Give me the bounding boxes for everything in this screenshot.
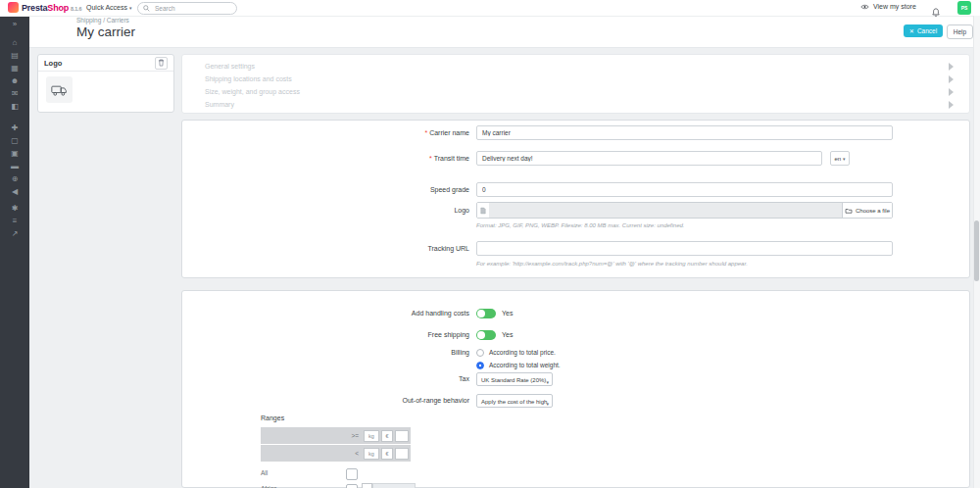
sidebar-item-marketing[interactable]: ◀: [0, 185, 29, 198]
range-to-input[interactable]: [395, 448, 409, 460]
sidebar-item-design[interactable]: ▢: [0, 134, 29, 147]
tracking-url-help-text: For example: 'http://example.com/track.p…: [476, 261, 748, 267]
file-icon-cell: [477, 203, 489, 218]
tax-label: Tax: [182, 372, 469, 386]
add-handling-costs-state: Yes: [502, 308, 513, 319]
sidebar-item-payment[interactable]: ▬: [0, 160, 29, 172]
language-code: en: [834, 156, 841, 162]
breadcrumb-separator: /: [103, 17, 105, 24]
zone-row-africa: Africa: [261, 482, 653, 488]
required-mark: *: [429, 155, 432, 162]
general-settings-card: *Carrier name *Transit time en▾ Speed gr…: [181, 120, 970, 278]
sidebar-item-international[interactable]: ⊕: [0, 172, 29, 185]
wizard-steps: General settings Shipping locations and …: [181, 54, 970, 114]
billing-radio-total-price[interactable]: [476, 349, 484, 357]
transit-time-label: *Transit time: [182, 151, 469, 166]
zone-all-checkbox[interactable]: [346, 468, 358, 480]
sidebar-item-trending[interactable]: ↗: [0, 227, 29, 240]
out-of-range-selected-value: Apply the cost of the high: [481, 399, 547, 405]
sidebar-item-shop-parameters[interactable]: ✱: [0, 202, 29, 215]
range-from-input[interactable]: [395, 430, 409, 442]
billing-option-price-label: According to total price.: [489, 347, 556, 359]
file-path-bar: [489, 203, 842, 218]
view-my-store-label: View my store: [873, 3, 916, 10]
speed-grade-input[interactable]: [476, 182, 893, 197]
chevron-right-icon: [949, 75, 954, 83]
free-shipping-toggle[interactable]: [476, 330, 496, 340]
cancel-label: Cancel: [917, 27, 937, 34]
quick-access-dropdown[interactable]: Quick Access ▾: [86, 4, 131, 11]
out-of-range-select[interactable]: Apply the cost of the high▾: [476, 394, 553, 408]
free-shipping-label: Free shipping: [182, 329, 469, 341]
sidebar-item-shipping[interactable]: ▣: [0, 147, 29, 160]
logo-help-text: Format: JPG, GIF, PNG, WEBP. Filesize: 8…: [476, 222, 685, 228]
breadcrumb-carriers[interactable]: Carriers: [107, 17, 129, 24]
zone-africa-checkbox[interactable]: [346, 484, 358, 488]
truck-icon: [51, 84, 68, 96]
view-my-store-link[interactable]: View my store: [860, 3, 916, 10]
logo-file-input[interactable]: Choose a file: [476, 202, 893, 219]
help-button[interactable]: Help: [947, 24, 973, 39]
ranges-title: Ranges: [261, 415, 284, 421]
close-icon: ✕: [909, 27, 914, 34]
carrier-name-input[interactable]: [476, 125, 893, 140]
search-input[interactable]: [153, 4, 225, 13]
delete-logo-button[interactable]: [155, 57, 168, 70]
top-bar: PrestaShop8.1.6 Quick Access ▾ View my s…: [0, 0, 980, 17]
wizard-step-size-weight-group[interactable]: Size, weight, and group access: [182, 85, 969, 98]
prestashop-squirrel-icon: [8, 2, 19, 13]
chevron-right-icon: [949, 88, 954, 96]
zone-africa-label: Africa: [261, 482, 333, 488]
scrollbar-thumb[interactable]: [974, 220, 979, 281]
zone-africa-price-addon: [362, 483, 372, 488]
zone-africa-price-input[interactable]: [372, 483, 416, 488]
brand-name: PrestaShop8.1.6: [22, 3, 81, 13]
sidebar-item-stats[interactable]: ◧: [0, 100, 29, 113]
tax-selected-value: UK Standard Rate (20%): [481, 377, 546, 383]
required-mark: *: [424, 129, 427, 136]
sidebar-item-dashboard[interactable]: ⌂: [0, 36, 29, 49]
zone-all-label: All: [261, 466, 333, 480]
brand-shop: Shop: [47, 3, 69, 13]
wizard-step-summary[interactable]: Summary: [182, 98, 969, 111]
wizard-step-general-settings[interactable]: General settings: [182, 60, 969, 73]
logo-panel-title: Logo: [44, 59, 62, 68]
eye-icon: [860, 4, 869, 10]
transit-time-input[interactable]: [476, 151, 822, 166]
sidebar-item-catalog[interactable]: ▦: [0, 62, 29, 74]
sidebar-item-modules[interactable]: ✚: [0, 122, 29, 134]
language-selector[interactable]: en▾: [830, 151, 850, 166]
trash-icon: [158, 59, 165, 67]
speed-grade-label: Speed grade: [182, 182, 469, 197]
search-box[interactable]: [137, 2, 237, 15]
sidebar-item-orders[interactable]: ▤: [0, 49, 29, 62]
free-shipping-state: Yes: [502, 329, 513, 341]
help-label: Help: [954, 28, 966, 35]
cancel-button[interactable]: ✕Cancel: [904, 24, 943, 37]
main-menu-sidebar: » ⌂ ▤ ▦ ☻ ✉ ◧ ✚ ▢ ▣ ▬ ⊕ ◀ ✱ ≡ ↗: [0, 16, 29, 488]
chevron-down-icon: ▾: [843, 156, 846, 162]
wizard-step-label: General settings: [205, 60, 255, 73]
chevron-right-icon: [949, 101, 954, 109]
wizard-step-shipping-locations[interactable]: Shipping locations and costs: [182, 73, 969, 85]
tax-select[interactable]: UK Standard Rate (20%)▾: [476, 372, 553, 386]
breadcrumb-shipping[interactable]: Shipping: [76, 17, 101, 24]
add-handling-costs-toggle[interactable]: [476, 309, 496, 318]
notifications-bell[interactable]: [932, 3, 940, 21]
shipping-costs-card: Add handling costs Yes Free shipping Yes…: [181, 290, 970, 488]
tracking-url-label: Tracking URL: [182, 241, 469, 256]
page-header: Shipping / Carriers My carrier ✕Cancel H…: [0, 16, 980, 48]
search-icon: [143, 5, 150, 12]
choose-file-button[interactable]: Choose a file: [842, 203, 892, 218]
sidebar-item-customer-service[interactable]: ✉: [0, 87, 29, 100]
sidebar-item-customers[interactable]: ☻: [0, 74, 29, 87]
sidebar-item-advanced-parameters[interactable]: ≡: [0, 215, 29, 227]
version-label: 8.1.6: [71, 6, 81, 12]
folder-icon: [845, 208, 853, 214]
billing-label: Billing: [182, 347, 469, 359]
billing-radio-total-weight[interactable]: [476, 362, 484, 369]
carrier-logo-thumbnail[interactable]: [46, 76, 73, 103]
sidebar-expand-button[interactable]: »: [13, 19, 17, 30]
tracking-url-input[interactable]: [476, 241, 893, 256]
user-avatar[interactable]: PS: [957, 1, 971, 15]
